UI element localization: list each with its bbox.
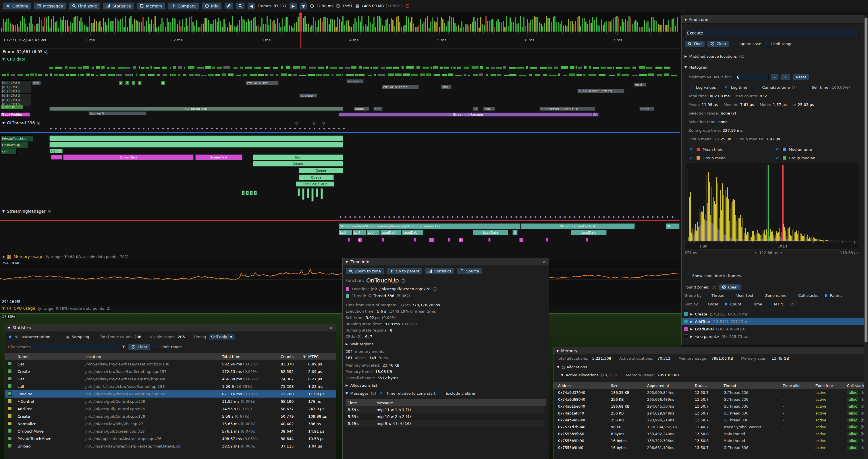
message-marker-icon[interactable]: ▽ bbox=[312, 122, 315, 126]
find-zone-input[interactable]: Execute bbox=[684, 29, 859, 37]
time-relative-checkbox[interactable] bbox=[378, 391, 384, 396]
timeline-zone[interactable]: audio.service (effect) bbox=[577, 89, 624, 93]
alloc-callstack-button[interactable]: alloc bbox=[847, 425, 859, 429]
matched-locations-toggle[interactable]: ▶Matched source locations(1) bbox=[684, 54, 744, 59]
allocation-row[interactable]: 0x74ab9e5040256 KB293,994,219ns13:50.7GL… bbox=[554, 417, 868, 423]
message-marker-icon[interactable]: ▽ bbox=[322, 122, 325, 126]
min-bin-increase-button[interactable]: + bbox=[781, 74, 790, 80]
statistics-panel-title[interactable]: ▼Statistics× bbox=[5, 324, 336, 332]
timeline-zone[interactable]: ( g ( bbox=[50, 149, 63, 153]
radio[interactable] bbox=[824, 293, 828, 298]
timeline-zone[interactable]: audio.se bbox=[1, 105, 23, 109]
radio[interactable] bbox=[701, 302, 706, 306]
alloc-callstack-button[interactable]: alloc bbox=[847, 438, 859, 443]
timeline-zone[interactable]: e bbox=[138, 81, 142, 85]
alloc-address[interactable]: 0x7553b9fa50 bbox=[558, 432, 611, 436]
glthread-header[interactable]: ▼GLThread 336▣ bbox=[2, 121, 40, 125]
histogram-toggle[interactable]: ▼Histogram bbox=[684, 65, 709, 69]
statistics-table-row[interactable]: Get/mnt/e/claw/src/claw/base/AssetDict.h… bbox=[5, 360, 336, 368]
timeline-zone[interactable]: audios bbox=[346, 79, 364, 83]
timeline-zone[interactable] bbox=[320, 188, 323, 199]
allocation-row[interactable]: 0x74a9d37040186.35 KB295,999,844ns13:50.… bbox=[554, 389, 868, 396]
timeline-zone[interactable]: LoU bbox=[353, 230, 366, 235]
timeline-zone[interactable]: (worker/) bbox=[89, 111, 147, 116]
timeline-zone[interactable]: LoU bbox=[367, 230, 380, 235]
min-bin-input[interactable]: 6 bbox=[734, 74, 769, 80]
statistics-table-row[interactable]: Createjni/../jni/src/claw/base/LuaScript… bbox=[5, 368, 336, 375]
alloc-address[interactable]: 0x7553b9fa90 bbox=[558, 438, 611, 443]
radio[interactable] bbox=[730, 293, 735, 298]
timeline-zone[interactable]: LcU bbox=[339, 230, 352, 235]
checkbox[interactable] bbox=[804, 85, 810, 90]
timeline-zone[interactable]: Streaming worker task bbox=[521, 223, 635, 229]
timeline-zone[interactable] bbox=[347, 238, 350, 242]
timeline-zone[interactable]: c bbox=[119, 81, 123, 85]
found-zone-item[interactable]: ▶Create(54,131)643.34 ms bbox=[682, 310, 868, 318]
instrumentation-radio[interactable] bbox=[8, 334, 13, 339]
found-zone-item[interactable]: ▶AddTree(18,542)227.19 ms bbox=[682, 318, 868, 325]
scrollbar-thumb[interactable] bbox=[865, 18, 867, 342]
allocation-row[interactable]: 0x7553b9fa508 bytes153,492,240ns13:50.8M… bbox=[554, 430, 868, 437]
statistics-table-row[interactable]: Executejni/../jni/src/claw/base/LuaScrip… bbox=[5, 390, 336, 398]
funnel-icon[interactable] bbox=[122, 345, 126, 349]
alloc-callstack-button[interactable]: alloc bbox=[847, 446, 859, 450]
timeline-zone[interactable]: LoadData bbox=[571, 230, 607, 235]
timeline-zone[interactable]: audio bbox=[639, 107, 654, 111]
timeline-zone[interactable] bbox=[50, 142, 343, 147]
timeline-zone[interactable]: mi.ti bbox=[633, 83, 646, 87]
allocation-row[interactable]: 0x74ab1ef040256 KB294,629,948ns13:50.7GL… bbox=[554, 409, 868, 417]
goto-frame-button[interactable] bbox=[236, 2, 245, 9]
exclude-children-checkbox[interactable] bbox=[438, 391, 443, 396]
radio[interactable] bbox=[758, 293, 764, 298]
timeline-zone[interactable]: ScreenText bbox=[63, 155, 194, 160]
timeline-zone[interactable]: Queue bbox=[299, 174, 334, 180]
statistics-button[interactable]: Statistics bbox=[425, 268, 455, 274]
alloc-address[interactable]: 0x74a9d68040 bbox=[558, 397, 611, 402]
statistics-table-header[interactable]: Name Location Total time Counts▼ MTPC bbox=[5, 353, 336, 360]
allocation-row[interactable]: 0x74a9d68040256 KB295,668,489ns13:50.7GL… bbox=[554, 396, 868, 403]
message-row[interactable]: 5.59 smip 11 w 1 h 1 (1) bbox=[345, 406, 544, 413]
allocation-row[interactable]: 0x7531d7b04096 KB1:10 234,952,16112:40.7… bbox=[554, 423, 868, 430]
show-zone-time-checkbox[interactable] bbox=[684, 273, 690, 278]
memory-usage-plot[interactable]: 294.19 MB 294.16 MB bbox=[0, 260, 680, 305]
zoom-to-zone-button[interactable]: Zoom to zone bbox=[345, 268, 384, 274]
timeline-zone[interactable]: StreaStreaStreaStreaStreamingStreamingSt… bbox=[339, 223, 521, 229]
message-dots-row[interactable] bbox=[50, 127, 345, 130]
allocation-row[interactable]: 0x74ab1be040186.68 KB294,645,364ns13:50.… bbox=[554, 403, 868, 409]
found-clear-button[interactable]: Clear bbox=[719, 284, 741, 291]
radio[interactable] bbox=[768, 302, 772, 306]
timeline-zone[interactable]: LoaULoiUpLoUp bbox=[296, 182, 334, 187]
legend-checkbox[interactable] bbox=[688, 155, 694, 161]
timeline-zone[interactable] bbox=[413, 238, 416, 242]
thread-options-icon[interactable]: ▣ bbox=[37, 121, 40, 125]
statistics-table-row[interactable]: Get/mnt/e/claw/src/claw/base/Registry.hp… bbox=[5, 375, 336, 383]
timeline-zone[interactable] bbox=[50, 135, 343, 141]
sampling-radio[interactable] bbox=[59, 334, 64, 339]
options-button[interactable]: Options bbox=[3, 2, 31, 10]
find-button[interactable]: Find bbox=[684, 40, 705, 47]
statistics-table-row[interactable]: Unloadjni/../jni/src/claw/graphics/pixel… bbox=[5, 442, 336, 450]
timeline-zone[interactable]: cds_ol_rx_thr bbox=[246, 81, 279, 85]
checkbox[interactable] bbox=[723, 85, 729, 90]
cpu-usage-header[interactable]: ▼CPU usage(y-range: 0.78%, visible data … bbox=[2, 306, 111, 310]
zone-info-panel-title[interactable]: ▼Zone info× bbox=[343, 258, 549, 266]
go-to-parent-button[interactable]: Go to parent bbox=[386, 268, 423, 274]
statistics-table-row[interactable]: Normalizejni/../jni/src/claw/vfs/Vfs.cpp… bbox=[5, 420, 336, 427]
min-bin-decrease-button[interactable]: - bbox=[771, 74, 779, 80]
source-button[interactable]: Source bbox=[457, 268, 482, 274]
radio[interactable] bbox=[746, 302, 751, 306]
radio[interactable] bbox=[723, 302, 728, 306]
timeline-zone[interactable]: C bbox=[519, 238, 523, 242]
timeline-zone[interactable] bbox=[546, 238, 548, 242]
limit-range-checkbox[interactable] bbox=[764, 41, 769, 46]
find-zone-histogram[interactable]: 1 μs10 μs bbox=[684, 163, 859, 250]
statistics-table-row[interactable]: PrivateTouchMovejni/../jni/application/A… bbox=[5, 435, 336, 442]
timeline-zone[interactable] bbox=[307, 188, 309, 198]
timeline-zone[interactable]: c bbox=[125, 81, 129, 85]
timeline-ruler[interactable]: +12:31 362,643,435ns 1 ms2 ms3 ms4 ms5 m… bbox=[0, 32, 680, 48]
timeline-zone[interactable]: C bbox=[358, 238, 362, 242]
timeline-zone[interactable] bbox=[316, 188, 318, 197]
timeline-zone[interactable]: LoadDaU bbox=[380, 230, 402, 235]
timeline-zone[interactable]: cds_ol_rx_threa bbox=[382, 85, 419, 89]
streaming-header[interactable]: ▼StreamingManager▣ bbox=[2, 209, 51, 214]
